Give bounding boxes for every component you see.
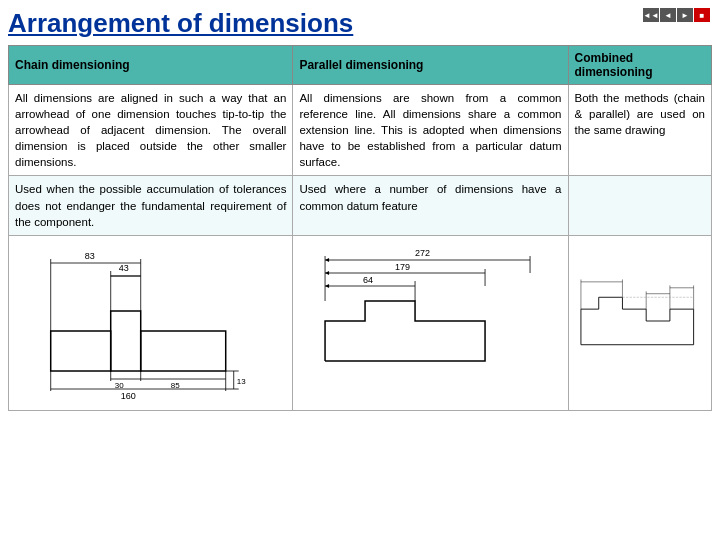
svg-text:179: 179: [395, 262, 410, 272]
svg-text:85: 85: [171, 381, 180, 390]
page-title: Arrangement of dimensions: [8, 8, 712, 39]
combined-diagram-cell: [568, 235, 711, 410]
dimensions-table: Chain dimensioning Parallel dimensioning…: [8, 45, 712, 411]
combined-desc-1: Both the methods (chain & parallel) are …: [568, 85, 711, 176]
combined-diagram: [575, 241, 705, 401]
chain-desc-2: Used when the possible accumulation of t…: [9, 176, 293, 235]
parallel-desc-2: Used where a number of dimensions have a…: [293, 176, 568, 235]
svg-rect-2: [141, 331, 226, 371]
svg-marker-39: [325, 271, 329, 275]
header-parallel: Parallel dimensioning: [293, 46, 568, 85]
svg-text:43: 43: [119, 263, 129, 273]
parallel-diagram: 64 179 272: [299, 241, 561, 401]
svg-rect-0: [51, 331, 111, 371]
svg-text:30: 30: [115, 381, 124, 390]
svg-text:272: 272: [415, 248, 430, 258]
combined-desc-2: [568, 176, 711, 235]
table-row: All dimensions are aligned in such a way…: [9, 85, 712, 176]
header-chain: Chain dimensioning: [9, 46, 293, 85]
navigation-icons[interactable]: ◄◄ ◄ ► ■: [643, 8, 710, 22]
chain-diagram-cell: 43 83 160: [9, 235, 293, 410]
diagram-row: 43 83 160: [9, 235, 712, 410]
svg-text:64: 64: [363, 275, 373, 285]
svg-marker-40: [325, 258, 329, 262]
prev-nav-icon[interactable]: ◄: [660, 8, 676, 22]
svg-text:13: 13: [237, 377, 246, 386]
parallel-diagram-cell: 64 179 272: [293, 235, 568, 410]
chain-desc-1: All dimensions are aligned in such a way…: [9, 85, 293, 176]
next-nav-icon[interactable]: ►: [677, 8, 693, 22]
parallel-desc-1: All dimensions are shown from a common r…: [293, 85, 568, 176]
table-row: Used when the possible accumulation of t…: [9, 176, 712, 235]
svg-marker-38: [325, 284, 329, 288]
header-combined: Combined dimensioning: [568, 46, 711, 85]
svg-text:160: 160: [121, 391, 136, 401]
first-nav-icon[interactable]: ◄◄: [643, 8, 659, 22]
last-nav-icon[interactable]: ■: [694, 8, 710, 22]
svg-text:83: 83: [85, 251, 95, 261]
svg-rect-1: [111, 311, 141, 371]
chain-diagram: 43 83 160: [15, 241, 286, 401]
